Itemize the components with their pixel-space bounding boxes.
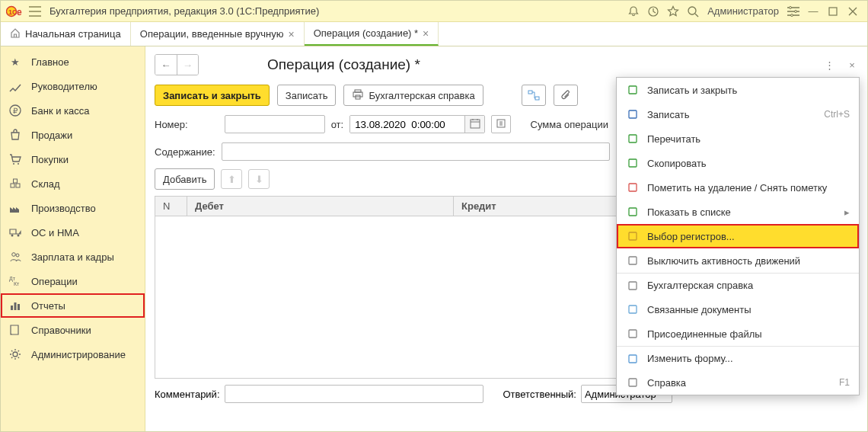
sidebar-item-catalogs[interactable]: Справочники — [1, 318, 145, 342]
svg-text:е: е — [17, 7, 22, 18]
tab-operations-list[interactable]: Операции, введенные вручную × — [131, 22, 305, 46]
calendar-icon[interactable] — [464, 115, 484, 133]
number-input[interactable] — [225, 115, 325, 133]
tab-operation-create[interactable]: Операция (создание) * × — [305, 22, 439, 46]
sum-label: Сумма операции — [531, 119, 608, 130]
menu-item-icon — [626, 352, 640, 366]
dd-item[interactable]: Бухгалтерская справка — [617, 273, 859, 297]
sidebar-item-bank[interactable]: ₽Банк и касса — [1, 98, 145, 123]
dd-item[interactable]: Выбор регистров... — [617, 224, 859, 248]
svg-point-16 — [11, 235, 14, 237]
user-label[interactable]: Администратор — [707, 5, 779, 17]
col-debit[interactable]: Дебет — [187, 197, 454, 216]
dd-item[interactable]: СправкаF1 — [617, 370, 859, 395]
dd-item[interactable]: Перечитать — [617, 126, 859, 151]
settings-icon[interactable] — [783, 2, 803, 21]
svg-text:1С: 1С — [8, 8, 18, 16]
svg-rect-37 — [629, 184, 637, 191]
menu-icon[interactable] — [25, 2, 45, 21]
from-label: от: — [331, 119, 344, 130]
back-button[interactable]: ← — [155, 55, 177, 75]
shortcut-label: Ctrl+S — [824, 109, 850, 120]
sidebar-item-production[interactable]: Производство — [1, 196, 145, 220]
dd-item[interactable]: Показать в списке▸ — [617, 200, 859, 224]
dd-item[interactable]: Записать и закрыть — [617, 78, 859, 102]
svg-point-17 — [18, 235, 20, 237]
close-page-icon[interactable]: × — [844, 57, 860, 72]
dd-item[interactable]: Пометить на удаление / Снять пометку — [617, 175, 859, 200]
history-icon[interactable] — [643, 2, 663, 21]
svg-point-12 — [18, 163, 19, 165]
sidebar-item-assets[interactable]: ОС и НМА — [1, 220, 145, 245]
dd-item[interactable]: Выключить активность движений — [617, 248, 859, 273]
svg-rect-34 — [629, 110, 637, 118]
move-up-button[interactable]: ⬆ — [221, 169, 242, 189]
dd-item[interactable]: Изменить форму... — [617, 346, 859, 370]
menu-item-label: Записать — [647, 109, 690, 120]
save-close-button[interactable]: Записать и закрыть — [155, 85, 270, 106]
menu-item-icon — [626, 279, 640, 293]
svg-rect-41 — [629, 282, 637, 290]
svg-rect-43 — [629, 330, 637, 338]
maximize-icon[interactable] — [823, 2, 843, 21]
attach-button[interactable] — [554, 85, 578, 106]
move-down-button[interactable]: ⬇ — [248, 169, 270, 189]
close-icon[interactable]: × — [289, 28, 295, 40]
menu-item-label: Записать и закрыть — [647, 85, 737, 96]
shortcut-label: F1 — [839, 377, 850, 388]
minimize-icon[interactable]: — — [803, 2, 823, 21]
add-button[interactable]: Добавить — [155, 168, 215, 190]
svg-rect-31 — [471, 120, 480, 128]
svg-point-18 — [12, 253, 16, 257]
content-input[interactable] — [222, 142, 610, 161]
star-icon[interactable] — [663, 2, 683, 21]
comment-input[interactable] — [225, 385, 483, 403]
sidebar-item-main[interactable]: ★Главное — [1, 50, 145, 74]
dd-item[interactable]: Скопировать — [617, 151, 859, 175]
svg-point-25 — [13, 352, 18, 357]
close-window-icon[interactable] — [843, 2, 863, 21]
svg-rect-13 — [11, 184, 14, 187]
bars-icon — [8, 299, 22, 312]
dd-item[interactable]: Присоединенные файлы — [617, 322, 859, 346]
sidebar-item-reports[interactable]: Отчеты — [1, 293, 145, 318]
menu-item-icon — [626, 205, 640, 219]
save-button[interactable]: Записать — [277, 85, 337, 106]
sidebar-item-purchases[interactable]: Покупки — [1, 147, 145, 171]
related-documents-button[interactable] — [522, 85, 546, 106]
svg-rect-44 — [629, 355, 637, 363]
svg-rect-29 — [528, 91, 532, 94]
date-field-wrap — [349, 115, 485, 133]
close-icon[interactable]: × — [423, 27, 429, 40]
date-input[interactable] — [350, 116, 464, 133]
navigation-buttons: ← → — [155, 54, 199, 75]
kebab-icon[interactable]: ⋮ — [822, 57, 837, 72]
svg-rect-33 — [629, 86, 637, 94]
svg-rect-22 — [11, 306, 13, 310]
sidebar-item-admin[interactable]: Администрирование — [1, 342, 145, 366]
sidebar-item-sales[interactable]: Продажи — [1, 123, 145, 147]
tab-home[interactable]: Начальная страница — [1, 22, 131, 46]
sidebar-item-hr[interactable]: Зарплата и кадры — [1, 245, 145, 269]
more-dropdown: Записать и закрытьЗаписатьCtrl+SПеречита… — [616, 77, 860, 395]
responsible-label: Ответственный: — [503, 389, 576, 400]
dd-item[interactable]: Связанные документы — [617, 297, 859, 322]
col-n[interactable]: N — [155, 197, 187, 216]
sidebar-item-stock[interactable]: Склад — [1, 171, 145, 196]
svg-rect-42 — [629, 306, 637, 313]
menu-item-label: Связанные документы — [647, 304, 752, 315]
sidebar-item-manager[interactable]: Руководителю — [1, 74, 145, 98]
org-picker-button[interactable] — [491, 115, 511, 133]
search-icon[interactable] — [683, 2, 703, 21]
menu-item-icon — [626, 302, 640, 316]
dd-item[interactable]: ЗаписатьCtrl+S — [617, 102, 859, 126]
bell-icon[interactable] — [624, 2, 643, 21]
svg-point-11 — [13, 163, 14, 165]
forward-button[interactable]: → — [177, 55, 198, 75]
sidebar-item-operations[interactable]: ДтКтОперации — [1, 269, 145, 293]
print-reference-button[interactable]: Бухгалтерская справка — [343, 85, 483, 106]
svg-rect-14 — [16, 184, 20, 187]
menu-item-label: Показать в списке — [647, 206, 731, 218]
menu-item-label: Перечитать — [647, 133, 700, 145]
star-icon: ★ — [8, 55, 22, 69]
